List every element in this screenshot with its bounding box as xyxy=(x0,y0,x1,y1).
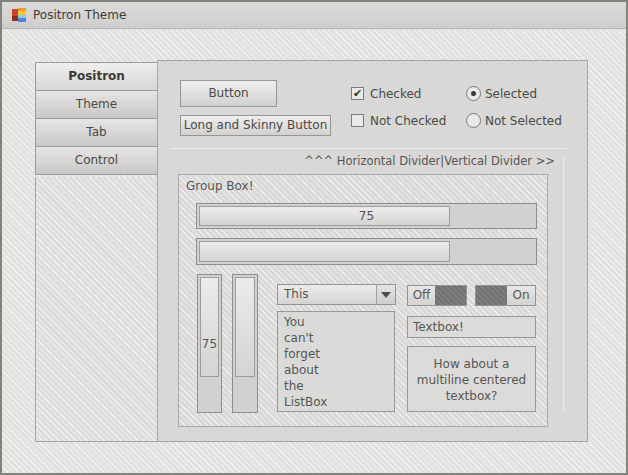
vertical-divider xyxy=(563,156,564,412)
listbox[interactable]: You can't forget about the ListBox xyxy=(277,311,395,412)
toggle-knob[interactable] xyxy=(476,286,507,305)
button[interactable]: Button xyxy=(180,80,277,107)
toggle-off[interactable]: Off xyxy=(407,285,467,306)
horizontal-progressbar: 75 xyxy=(196,203,537,229)
radio-selected-label: Selected xyxy=(485,87,537,101)
horizontal-trackbar[interactable] xyxy=(196,238,537,265)
sidebar-item-control[interactable]: Control xyxy=(35,146,158,175)
vertical-progressbar: 75 xyxy=(197,274,222,413)
combobox-dropdown-button[interactable] xyxy=(376,285,395,304)
progress-value: 75 xyxy=(197,204,536,228)
app-icon xyxy=(11,7,27,23)
sidebar-item-tab[interactable]: Tab xyxy=(35,118,158,147)
group-box-title: Group Box! xyxy=(186,179,253,193)
long-and-skinny-button[interactable]: Long and Skinny Button xyxy=(180,115,331,136)
multiline-textbox[interactable]: How about a multiline centered textbox? xyxy=(407,346,536,412)
sidebar-item-positron[interactable]: Positron xyxy=(35,62,158,91)
radio-not-selected-label: Not Selected xyxy=(485,114,562,128)
toggle-on[interactable]: On xyxy=(475,285,536,306)
group-box: Group Box! 75 75 This xyxy=(178,174,548,427)
radio-dot-icon xyxy=(471,91,476,96)
sidebar-item-theme[interactable]: Theme xyxy=(35,90,158,119)
trackbar-fill-vertical[interactable] xyxy=(235,277,255,377)
window-content: Positron Theme Tab Control Button Long a… xyxy=(2,30,626,473)
list-item[interactable]: ListBox xyxy=(284,394,388,410)
window: Positron Theme Positron Theme Tab Contro… xyxy=(0,0,628,475)
checkbox-not-checked[interactable] xyxy=(351,114,364,127)
list-item[interactable]: about xyxy=(284,362,388,378)
list-item[interactable]: can't xyxy=(284,330,388,346)
toggle-knob[interactable] xyxy=(435,286,466,305)
toggle-off-label: Off xyxy=(408,286,435,305)
radio-selected[interactable] xyxy=(466,86,481,101)
chevron-down-icon xyxy=(381,292,391,298)
combobox-value: This xyxy=(284,285,309,304)
tab-strip-filler xyxy=(35,177,158,442)
window-title: Positron Theme xyxy=(33,2,126,28)
checkbox-not-checked-label: Not Checked xyxy=(370,114,446,128)
radio-not-selected[interactable] xyxy=(466,113,481,128)
horizontal-divider xyxy=(170,148,567,149)
toggle-on-label: On xyxy=(507,286,535,305)
list-item[interactable]: You xyxy=(284,314,388,330)
checkmark-icon: ✔ xyxy=(353,87,362,100)
list-item[interactable]: the xyxy=(284,378,388,394)
vertical-trackbar[interactable] xyxy=(232,274,258,413)
titlebar[interactable]: Positron Theme xyxy=(2,2,626,29)
combobox[interactable]: This xyxy=(277,284,396,305)
list-item[interactable]: forget xyxy=(284,346,388,362)
divider-label: ^^^ Horizontal Divider|Vertical Divider … xyxy=(170,154,555,168)
progress-value-vertical: 75 xyxy=(198,275,221,412)
checkbox-checked[interactable]: ✔ xyxy=(351,87,364,100)
trackbar-fill[interactable] xyxy=(199,241,450,262)
checkbox-checked-label: Checked xyxy=(370,87,422,101)
textbox[interactable]: Textbox! xyxy=(407,316,536,338)
